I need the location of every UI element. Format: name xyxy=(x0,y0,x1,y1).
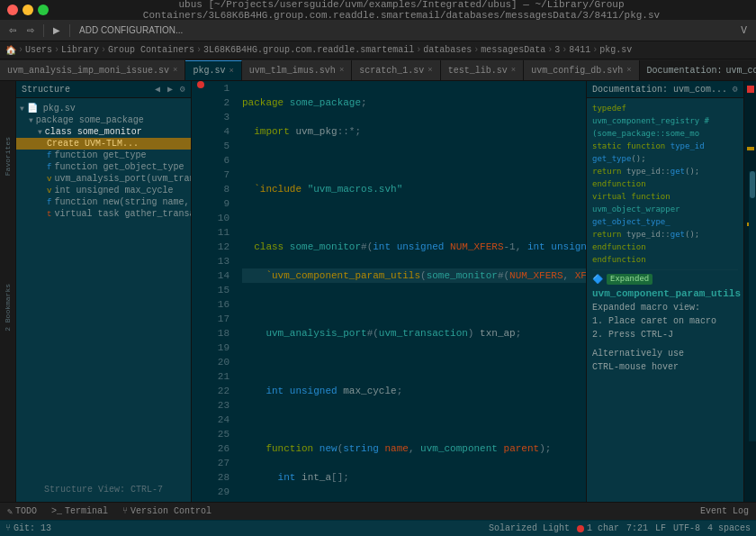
tab-close-icon[interactable]: × xyxy=(339,66,344,75)
tab-label: uvm_analysis_imp_moni_issue.sv xyxy=(7,66,169,76)
tree-item-get-type[interactable]: f function get_type xyxy=(16,150,191,161)
git-label: Git: 13 xyxy=(14,523,51,533)
tab-close-icon[interactable]: × xyxy=(626,66,631,75)
position-status[interactable]: 7:21 xyxy=(626,523,648,533)
todo-icon: ✎ xyxy=(7,506,13,517)
tab-close-icon[interactable]: × xyxy=(173,66,177,75)
terminal-label: Terminal xyxy=(65,506,108,516)
add-config-button[interactable]: ADD CONFIGURATION... xyxy=(76,24,186,36)
breadcrumb-container-id[interactable]: 3L68K6B4HG.group.com.readdle.smartemail xyxy=(203,45,414,55)
git-status[interactable]: ⑂ Git: 13 xyxy=(5,523,51,533)
bottom-tab-version-control[interactable]: ⑂ Version Control xyxy=(115,504,219,518)
uvm-icon: 🔷 xyxy=(592,274,603,285)
error-count-label: 1 char xyxy=(587,523,619,533)
tree-item-label: int unsigned max_cycle xyxy=(54,186,173,195)
tree-item-task-gather[interactable]: t virtual task gather_transaction() xyxy=(16,208,191,220)
maximize-button[interactable] xyxy=(38,5,49,15)
tree-expand-icon: ▼ xyxy=(20,104,24,113)
encoding-label: UTF-8 xyxy=(673,523,700,533)
tree-item-label: package some_package xyxy=(36,115,144,125)
back-button[interactable]: ⇦ xyxy=(5,24,20,36)
doc-panel: Documentation: uvm_com... ⚙ typedef uvm_… xyxy=(586,81,743,502)
tab-config-db[interactable]: uvm_config_db.svh × xyxy=(524,60,639,80)
tab-close-icon[interactable]: × xyxy=(229,67,233,76)
tree-item-label: function new(string name, uvm_component_… xyxy=(54,197,191,207)
indent-status[interactable]: 4 spaces xyxy=(707,523,751,533)
tab-scratch[interactable]: scratch_1.sv × xyxy=(352,60,440,80)
tab-label: scratch_1.sv xyxy=(359,66,424,76)
tree-item-package[interactable]: ▼ package some_package xyxy=(16,114,191,126)
tab-pkg[interactable]: pkg.sv × xyxy=(185,60,241,80)
encoding-status[interactable]: UTF-8 xyxy=(673,523,700,533)
tab-close-icon[interactable]: × xyxy=(511,66,516,75)
bottom-tabs: ✎ TODO >_ Terminal ⑂ Version Control Eve… xyxy=(0,502,756,520)
tree-item-class[interactable]: ▼ class some_monitor xyxy=(16,126,191,138)
home-icon[interactable]: 🏠 xyxy=(5,45,16,56)
tree-item-fn-new[interactable]: f function new(string name, uvm_componen… xyxy=(16,196,191,208)
tree-item-max-cycle[interactable]: v int unsigned max_cycle xyxy=(16,185,191,196)
tree-item-create-uvm[interactable]: Create UVM-TLM... xyxy=(16,138,191,150)
tab-doc[interactable]: Documentation: uvm_com... xyxy=(640,60,756,80)
doc-code-block: typedef uvm_component_registry #(some_pa… xyxy=(592,102,738,266)
breadcrumb-library[interactable]: Library xyxy=(61,45,99,55)
left-gutter: Favorites 2 Bookmarks xyxy=(0,81,16,502)
doc-panel-title: Documentation: uvm_com... xyxy=(592,85,727,95)
tree-item-pkg[interactable]: ▼ 📄 pkg.sv xyxy=(16,102,191,114)
tab-close-icon[interactable]: × xyxy=(428,66,432,75)
structure-title-label: Structure xyxy=(22,85,70,95)
event-log-label: Event Log xyxy=(700,506,749,516)
minimize-button[interactable] xyxy=(22,5,33,15)
breadcrumb-pkg[interactable]: pkg.sv xyxy=(599,45,632,55)
tab-doc-subtitle: uvm_com... xyxy=(726,66,756,76)
bottom-tab-todo[interactable]: ✎ TODO xyxy=(0,504,44,519)
warning-stripe xyxy=(747,147,754,150)
tab-analysis-imp[interactable]: uvm_analysis_imp_moni_issue.sv × xyxy=(0,60,185,80)
run-button[interactable]: ▶ xyxy=(50,24,64,36)
doc-nav-icon[interactable]: ⚙ xyxy=(733,84,738,95)
code-container[interactable]: 12345 678910 1112131415 1617181920 21222… xyxy=(192,81,586,502)
breadcrumb-databases[interactable]: databases xyxy=(423,45,472,55)
tree-item-get-object-type[interactable]: f function get_object_type xyxy=(16,161,191,173)
structure-header: Structure ◀ ▶ ⚙ xyxy=(16,81,191,98)
breadcrumb-3[interactable]: 3 xyxy=(554,45,560,55)
main-area: Favorites 2 Bookmarks Structure ◀ ▶ ⚙ ▼ … xyxy=(0,81,756,502)
close-button[interactable] xyxy=(7,5,18,15)
forward-button[interactable]: ⇨ xyxy=(23,24,38,36)
error-status[interactable]: 1 char xyxy=(577,523,619,533)
tab-label: uvm_config_db.svh xyxy=(531,66,623,76)
line-ending-label: LF xyxy=(655,523,666,533)
doc-panel-content: typedef uvm_component_registry #(some_pa… xyxy=(587,98,743,502)
structure-nav-left[interactable]: ◀ xyxy=(155,84,160,95)
tree-item-txn-ap[interactable]: v uvm_analysis_port(uvm_transaction) txn… xyxy=(16,173,191,185)
tab-label: test_lib.sv xyxy=(448,66,508,76)
tab-tlm-imus[interactable]: uvm_tlm_imus.svh × xyxy=(242,60,352,80)
structure-tree[interactable]: ▼ 📄 pkg.sv ▼ package some_package ▼ clas… xyxy=(16,98,191,477)
tree-item-label: function get_object_type xyxy=(54,162,184,172)
code-gutter xyxy=(192,81,206,502)
tab-doc-label: Documentation: xyxy=(647,66,723,76)
window-title: ubus [~/Projects/usersguide/uvm/examples… xyxy=(54,0,749,21)
variable-icon: v xyxy=(47,175,51,184)
zoom-button[interactable]: V xyxy=(737,24,751,36)
expanded-label: Expanded xyxy=(607,274,652,285)
tree-item-label: uvm_analysis_port(uvm_transaction) txn_a… xyxy=(54,174,191,184)
structure-options[interactable]: ⚙ xyxy=(180,84,185,95)
version-control-label: Version Control xyxy=(130,506,212,516)
error-dot-icon xyxy=(577,525,584,532)
line-ending-status[interactable]: LF xyxy=(655,523,666,533)
theme-status[interactable]: Solarized Light xyxy=(489,523,570,533)
tab-test-lib[interactable]: test_lib.sv × xyxy=(441,60,524,80)
breadcrumb: 🏠 › Users › Library › Group Containers ›… xyxy=(0,41,756,59)
doc-instructions: Expanded macro view: 1. Place caret on m… xyxy=(592,301,738,341)
structure-nav-right[interactable]: ▶ xyxy=(167,84,173,95)
bottom-tab-terminal[interactable]: >_ Terminal xyxy=(44,504,115,518)
breadcrumb-group-containers[interactable]: Group Containers xyxy=(108,45,194,55)
breadcrumb-messages[interactable]: messagesData xyxy=(481,45,545,55)
status-right: Solarized Light 1 char 7:21 LF UTF-8 4 s… xyxy=(489,523,751,533)
tab-label: uvm_tlm_imus.svh xyxy=(249,66,336,76)
bottom-tab-event-log[interactable]: Event Log xyxy=(693,504,756,518)
breadcrumb-users[interactable]: Users xyxy=(25,45,52,55)
code-editor[interactable]: package some_package; import uvm_pkg::*;… xyxy=(235,81,586,502)
git-icon: ⑂ xyxy=(5,523,11,533)
breadcrumb-8411[interactable]: 8411 xyxy=(569,45,590,55)
